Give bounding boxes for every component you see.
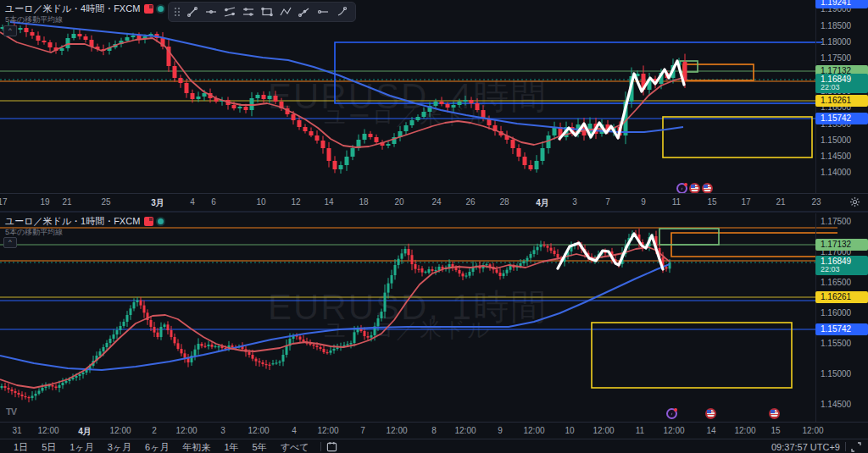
range-button-3ヶ月[interactable]: 3ヶ月 — [101, 440, 138, 453]
divider — [845, 442, 846, 451]
symbol-title-1h[interactable]: ユーロ／米ドル・1時間・FXCM — [5, 215, 164, 228]
toolbar-drag-handle-icon[interactable] — [174, 7, 181, 17]
us-flag-event-icon[interactable] — [769, 408, 780, 419]
price-tick: 1.14500 — [815, 400, 868, 409]
horizontal-line-tool-icon[interactable] — [203, 4, 220, 19]
price-chart-canvas[interactable] — [0, 0, 868, 193]
range-button-6ヶ月[interactable]: 6ヶ月 — [138, 440, 175, 453]
flat-channel-tool-icon[interactable] — [240, 4, 257, 19]
parallel-channel-tool-icon[interactable] — [221, 4, 238, 19]
time-tick: 26 — [465, 197, 475, 207]
time-tick: 19 — [40, 197, 49, 207]
price-tick: 1.17500 — [815, 53, 868, 63]
time-tick: 23 — [811, 197, 821, 207]
symbol-title-4h[interactable]: ユーロ／米ドル・4時間・FXCM — [5, 3, 164, 15]
rectangle-tool-icon[interactable] — [259, 4, 275, 19]
time-tick: 2 — [152, 426, 157, 435]
time-axis[interactable]: 3112:004月12:00212:00312:00412:00712:0081… — [0, 422, 868, 439]
time-tick: 18 — [359, 197, 368, 207]
price-label-blue: 1.19241 — [815, 0, 868, 8]
us-flag-event-icon[interactable] — [705, 408, 716, 419]
time-tick: 17 — [0, 197, 8, 207]
time-tick: 12:00 — [386, 426, 407, 435]
tradingview-logo[interactable]: TV — [6, 406, 16, 417]
price-tick: 1.17500 — [815, 217, 868, 226]
range-button-5日[interactable]: 5日 — [35, 440, 63, 453]
maximize-chart-icon[interactable] — [851, 442, 861, 452]
price-axis[interactable]: 1.175001.170001.165001.160001.155001.150… — [815, 213, 868, 422]
price-tick: 1.14500 — [815, 152, 868, 161]
price-tick: 1.18500 — [815, 21, 868, 30]
time-tick: 11 — [672, 197, 681, 207]
price-chart-canvas[interactable] — [0, 213, 868, 422]
time-tick: 4月 — [78, 426, 92, 438]
brush-tool-icon[interactable] — [333, 4, 350, 19]
range-button-年初来[interactable]: 年初来 — [175, 440, 217, 453]
time-tick: 25 — [101, 197, 110, 207]
price-tick: 1.16000 — [815, 308, 868, 318]
price-label-green: 1.17132 — [815, 239, 868, 251]
chart-pane-4h: EURUSD, 4時間ユーロ／米ドル1.190001.185001.180001… — [0, 0, 868, 210]
time-tick: 9 — [641, 197, 646, 207]
price-axis[interactable]: 1.190001.185001.180001.175001.165001.160… — [815, 0, 868, 193]
price-label-teal: 1.1684922:03 — [815, 256, 868, 275]
pane-resize-divider[interactable] — [0, 211, 868, 213]
indicator-label-4h[interactable]: 5本の移動平均線 — [5, 14, 63, 25]
time-tick: 10 — [256, 197, 265, 207]
price-label-teal: 1.1684922:03 — [815, 74, 868, 93]
time-tick: 4 — [292, 426, 297, 435]
price-tick: 1.15000 — [815, 135, 868, 145]
collapse-pane-button-1h[interactable]: ^ — [3, 237, 17, 248]
symbol-title-text: ユーロ／米ドル・1時間・FXCM — [5, 215, 140, 228]
time-tick: 12:00 — [523, 426, 544, 435]
time-tick: 15 — [707, 197, 716, 207]
time-tick: 3月 — [151, 197, 164, 209]
price-label-yellow: 1.16261 — [815, 291, 868, 303]
bar-countdown: 22:03 — [821, 84, 868, 91]
divider — [320, 442, 321, 451]
time-tick: 11 — [636, 426, 644, 435]
range-button-1日[interactable]: 1日 — [7, 440, 35, 453]
time-tick: 28 — [499, 197, 509, 207]
bar-countdown: 22:03 — [821, 266, 868, 273]
time-tick: 12:00 — [734, 426, 755, 435]
time-tick: 12:00 — [802, 426, 823, 435]
time-tick: 12:00 — [593, 426, 614, 435]
go-to-date-icon[interactable] — [326, 441, 337, 452]
market-open-dot-icon — [158, 6, 164, 12]
price-label-blue: 1.15742 — [815, 323, 868, 335]
range-button-すべて[interactable]: すべて — [274, 440, 316, 453]
time-tick: 24 — [431, 197, 441, 207]
tradingview-chart-window: EURUSD, 4時間ユーロ／米ドル1.190001.185001.180001… — [0, 0, 868, 453]
ray-tool-icon[interactable] — [296, 4, 313, 19]
price-tick: 1.15000 — [815, 369, 868, 378]
drawing-toolbar — [168, 2, 356, 22]
range-button-1ヶ月[interactable]: 1ヶ月 — [63, 440, 100, 453]
zigzag-tool-icon[interactable] — [277, 4, 294, 19]
range-button-5年[interactable]: 5年 — [246, 440, 274, 453]
price-label-blue: 1.15742 — [815, 113, 868, 124]
time-axis[interactable]: 171921253月4610121418202426284月3791115172… — [0, 193, 868, 210]
time-tick: 7 — [605, 197, 610, 207]
collapse-pane-button-4h[interactable]: ^ — [3, 25, 17, 36]
time-tick: 17 — [741, 197, 750, 207]
trend-line-tool-icon[interactable] — [184, 4, 201, 19]
time-tick: 3 — [572, 197, 577, 207]
price-tick: 1.18000 — [815, 37, 868, 47]
time-tick: 12 — [291, 197, 300, 207]
bottom-toolbar: 1日5日1ヶ月3ヶ月6ヶ月年初来1年5年すべて 09:37:57 UTC+9 — [0, 439, 868, 453]
price-tick: 1.15500 — [815, 339, 868, 348]
clock[interactable]: 09:37:57 UTC+9 — [771, 442, 840, 452]
time-tick: 15 — [771, 426, 780, 435]
range-button-1年[interactable]: 1年 — [217, 440, 245, 453]
time-tick: 7 — [360, 426, 365, 435]
economic-event-icon[interactable] — [666, 408, 677, 419]
price-label-yellow: 1.16261 — [815, 95, 868, 107]
time-tick: 14 — [324, 197, 333, 207]
time-tick: 20 — [394, 197, 403, 207]
time-tick: 8 — [431, 426, 437, 435]
time-tick: 14 — [706, 426, 715, 435]
horizontal-ray-tool-icon[interactable] — [314, 4, 331, 19]
time-tick: 12:00 — [454, 426, 476, 435]
time-tick: 4 — [190, 197, 195, 207]
